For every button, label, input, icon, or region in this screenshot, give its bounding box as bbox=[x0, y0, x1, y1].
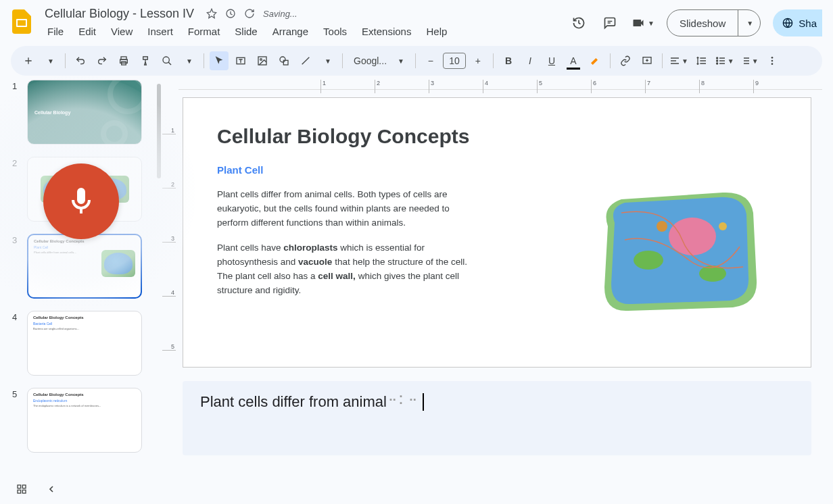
new-slide-button[interactable] bbox=[19, 51, 38, 70]
menu-format[interactable]: Format bbox=[181, 23, 227, 40]
toolbar: ▼ ▼ ▼ Googl... ▼ − 10 + B I U A ▼ ▼ ▼ bbox=[11, 46, 822, 76]
move-icon[interactable] bbox=[225, 8, 236, 19]
menu-extensions[interactable]: Extensions bbox=[355, 23, 418, 40]
voice-typing-button[interactable] bbox=[43, 163, 119, 239]
history-icon[interactable] bbox=[569, 14, 588, 32]
speaker-notes[interactable]: Plant cells differ from animal⠒⠅⠒ bbox=[183, 381, 811, 455]
line-button[interactable] bbox=[296, 51, 315, 70]
slide-para-2[interactable]: Plant cells have chloroplasts which is e… bbox=[217, 241, 474, 298]
menu-insert[interactable]: Insert bbox=[141, 23, 180, 40]
svg-rect-26 bbox=[22, 485, 26, 488]
underline-button[interactable]: U bbox=[542, 51, 561, 70]
menu-file[interactable]: File bbox=[41, 23, 70, 40]
cloud-status-icon[interactable] bbox=[244, 8, 255, 19]
svg-point-17 bbox=[771, 57, 773, 59]
menu-help[interactable]: Help bbox=[419, 23, 454, 40]
vertical-ruler: 1 2 3 4 5 bbox=[162, 80, 178, 504]
doc-title[interactable]: Cellular Biology - Lesson IV bbox=[41, 5, 198, 22]
slideshow-dropdown[interactable]: ▼ bbox=[738, 10, 760, 36]
svg-point-23 bbox=[657, 221, 667, 232]
svg-point-7 bbox=[163, 57, 169, 63]
link-button[interactable] bbox=[616, 51, 635, 70]
slides-logo[interactable] bbox=[8, 8, 35, 35]
svg-point-10 bbox=[260, 59, 262, 61]
share-button[interactable]: Sha bbox=[773, 9, 822, 36]
filmstrip-scrollbar[interactable] bbox=[157, 84, 161, 178]
more-options-button[interactable] bbox=[763, 51, 782, 70]
svg-rect-1 bbox=[18, 20, 26, 26]
filmstrip[interactable]: 1 Cellular Biology 2 3 Cellular Biology … bbox=[0, 80, 162, 504]
slide-thumb-4[interactable]: Cellular Biology Concepts Bacteria Cell … bbox=[27, 311, 142, 376]
svg-point-19 bbox=[771, 63, 773, 65]
print-button[interactable] bbox=[114, 51, 133, 70]
svg-point-15 bbox=[717, 60, 718, 61]
svg-rect-12 bbox=[283, 60, 288, 65]
numbered-list-button[interactable]: ▼ bbox=[738, 51, 760, 70]
font-dropdown-icon[interactable]: ▼ bbox=[398, 57, 404, 65]
slide-thumb-1[interactable]: Cellular Biology bbox=[27, 80, 142, 145]
svg-rect-25 bbox=[18, 485, 21, 488]
slide-thumb-5[interactable]: Cellular Biology Concepts Endoplasmic re… bbox=[27, 388, 142, 453]
text-cursor bbox=[423, 393, 424, 411]
menu-view[interactable]: View bbox=[104, 23, 139, 40]
svg-point-24 bbox=[719, 222, 727, 230]
slide-number: 1 bbox=[12, 80, 20, 91]
undo-button[interactable] bbox=[71, 51, 90, 70]
slide-number: 3 bbox=[12, 234, 20, 245]
font-family-select[interactable]: Googl... bbox=[354, 55, 387, 66]
svg-point-16 bbox=[717, 63, 718, 64]
menu-edit[interactable]: Edit bbox=[72, 23, 103, 40]
new-slide-dropdown[interactable]: ▼ bbox=[41, 51, 60, 70]
increase-font-button[interactable]: + bbox=[469, 51, 487, 70]
footer bbox=[16, 484, 57, 497]
text-color-button[interactable]: A bbox=[564, 51, 583, 70]
slide-number: 5 bbox=[12, 388, 20, 399]
horizontal-ruler: 1 2 3 4 5 6 7 8 9 bbox=[178, 80, 822, 93]
meet-button[interactable]: ▼ bbox=[632, 16, 654, 30]
plant-cell-image[interactable] bbox=[588, 172, 770, 321]
svg-point-11 bbox=[280, 57, 285, 62]
font-size-input[interactable]: 10 bbox=[443, 53, 466, 69]
star-icon[interactable] bbox=[206, 8, 217, 19]
svg-point-21 bbox=[634, 251, 663, 270]
shape-button[interactable] bbox=[275, 51, 293, 70]
textbox-button[interactable] bbox=[231, 51, 250, 70]
slide-title[interactable]: Cellular Biology Concepts bbox=[217, 125, 777, 148]
menu-slide[interactable]: Slide bbox=[228, 23, 264, 40]
paint-format-button[interactable] bbox=[136, 51, 155, 70]
line-dropdown[interactable]: ▼ bbox=[318, 51, 337, 70]
select-tool[interactable] bbox=[210, 51, 229, 70]
menu-tools[interactable]: Tools bbox=[316, 23, 354, 40]
svg-rect-27 bbox=[18, 490, 21, 493]
grid-view-button[interactable] bbox=[16, 484, 27, 497]
notes-text[interactable]: Plant cells differ from animal bbox=[200, 393, 387, 411]
menu-bar: File Edit View Insert Format Slide Arran… bbox=[41, 23, 454, 40]
highlight-button[interactable] bbox=[586, 51, 604, 70]
slide-thumb-3[interactable]: Cellular Biology Concepts Plant Cell Pla… bbox=[27, 234, 142, 299]
slide-number: 4 bbox=[12, 311, 20, 322]
add-comment-button[interactable] bbox=[638, 51, 657, 70]
svg-point-14 bbox=[717, 57, 718, 59]
zoom-dropdown[interactable]: ▼ bbox=[179, 51, 198, 70]
share-label: Sha bbox=[799, 18, 817, 29]
slide-para-1[interactable]: Plant cells differ from animal cells. Bo… bbox=[217, 188, 474, 230]
menu-arrange[interactable]: Arrange bbox=[266, 23, 315, 40]
dictation-dots-icon: ⠒⠅⠒ bbox=[388, 393, 419, 408]
comments-icon[interactable] bbox=[600, 14, 619, 32]
collapse-button[interactable] bbox=[46, 484, 57, 497]
image-button[interactable] bbox=[253, 51, 272, 70]
slideshow-button[interactable]: Slideshow ▼ bbox=[667, 9, 761, 36]
saving-status: Saving... bbox=[263, 9, 298, 19]
slide-canvas[interactable]: Cellular Biology Concepts Plant Cell Pla… bbox=[183, 97, 811, 368]
slideshow-label[interactable]: Slideshow bbox=[667, 10, 738, 36]
slide-number: 2 bbox=[12, 157, 20, 168]
line-spacing-button[interactable] bbox=[692, 51, 711, 70]
zoom-button[interactable] bbox=[158, 51, 176, 70]
bulleted-list-button[interactable]: ▼ bbox=[714, 51, 736, 70]
italic-button[interactable]: I bbox=[521, 51, 540, 70]
redo-button[interactable] bbox=[93, 51, 112, 70]
align-button[interactable]: ▼ bbox=[668, 51, 690, 70]
bold-button[interactable]: B bbox=[499, 51, 518, 70]
decrease-font-button[interactable]: − bbox=[421, 51, 440, 70]
svg-point-18 bbox=[771, 60, 773, 62]
